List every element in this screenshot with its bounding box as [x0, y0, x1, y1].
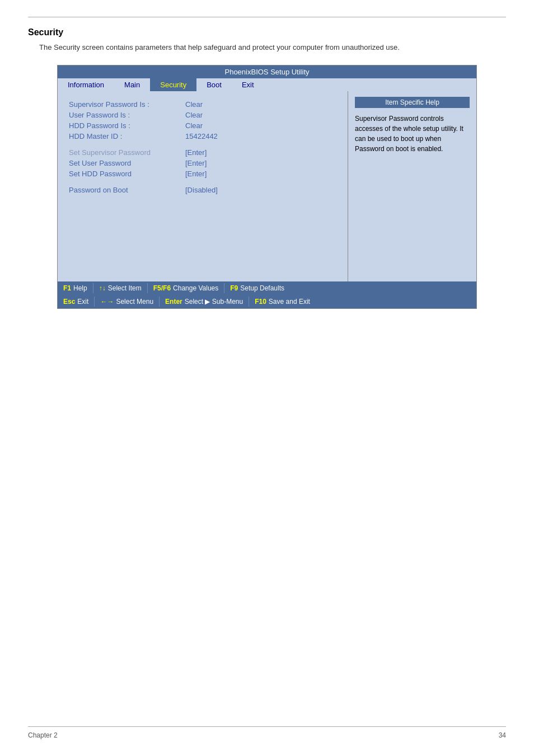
bios-menu-bar: Information Main Security Boot Exit — [58, 78, 476, 91]
menu-item-security[interactable]: Security — [150, 78, 196, 91]
label-exit: Exit — [77, 298, 88, 306]
set-hdd-value: [Enter] — [185, 170, 207, 178]
label-change-values: Change Values — [173, 284, 218, 292]
label-select-submenu: Select ▶ Sub-Menu — [185, 298, 243, 306]
bios-fields-panel: Supervisor Password Is : Clear User Pass… — [58, 91, 348, 281]
label-select-menu: Select Menu — [116, 298, 153, 306]
bios-status-bar-row2: Esc Exit ←→ Select Menu Enter Select ▶ S… — [58, 295, 476, 308]
top-divider — [28, 17, 506, 17]
supervisor-password-label: Supervisor Password Is : — [69, 100, 181, 109]
key-f1: F1 — [63, 284, 71, 292]
set-supervisor-label: Set Supervisor Password — [69, 148, 181, 157]
status-f10: F10 Save and Exit — [249, 297, 316, 307]
status-f5f6: F5/F6 Change Values — [148, 283, 225, 293]
action-row-set-hdd[interactable]: Set HDD Password [Enter] — [69, 170, 339, 178]
key-f9: F9 — [230, 284, 238, 292]
supervisor-password-value: Clear — [185, 100, 203, 109]
page-container: Security The Security screen contains pa… — [0, 0, 534, 326]
user-password-label: User Password Is : — [69, 111, 181, 119]
bios-status-bar-row1: F1 Help ↑↓ Select Item F5/F6 Change Valu… — [58, 281, 476, 295]
field-row-hdd-password: HDD Password Is : Clear — [69, 121, 339, 130]
label-help: Help — [73, 284, 87, 292]
key-f5f6: F5/F6 — [153, 284, 171, 292]
key-esc: Esc — [63, 298, 75, 306]
field-gap-2 — [69, 180, 339, 186]
menu-item-exit[interactable]: Exit — [232, 78, 264, 91]
label-save-exit: Save and Exit — [269, 298, 310, 306]
page-footer: Chapter 2 34 — [28, 726, 506, 739]
footer-chapter: Chapter 2 — [28, 731, 58, 739]
bios-body: Supervisor Password Is : Clear User Pass… — [58, 91, 476, 281]
bios-help-panel: Item Specific Help Supervisor Password c… — [348, 91, 476, 281]
password-on-boot-label: Password on Boot — [69, 186, 181, 194]
status-arrows: ↑↓ Select Item — [93, 283, 148, 293]
key-arrows: ↑↓ — [99, 284, 106, 292]
action-row-set-user[interactable]: Set User Password [Enter] — [69, 159, 339, 167]
label-setup-defaults: Setup Defaults — [240, 284, 284, 292]
status-lr-arrows: ←→ Select Menu — [95, 297, 160, 307]
key-enter: Enter — [165, 298, 182, 306]
help-text: Supervisor Password controls accesses of… — [355, 114, 470, 154]
set-supervisor-value: [Enter] — [185, 148, 207, 157]
status-f1: F1 Help — [58, 283, 93, 293]
status-esc: Esc Exit — [58, 297, 95, 307]
key-lr-arrows: ←→ — [100, 298, 114, 306]
menu-item-information[interactable]: Information — [58, 78, 114, 91]
field-row-password-on-boot[interactable]: Password on Boot [Disabled] — [69, 186, 339, 194]
hdd-master-id-value: 15422442 — [185, 132, 218, 140]
bios-panel: PhoenixBIOS Setup Utility Information Ma… — [57, 65, 477, 309]
field-row-user-password: User Password Is : Clear — [69, 111, 339, 119]
field-row-hdd-master-id: HDD Master ID : 15422442 — [69, 132, 339, 140]
help-header: Item Specific Help — [355, 97, 470, 108]
key-f10: F10 — [255, 298, 266, 306]
hdd-password-value: Clear — [185, 121, 203, 130]
set-user-label: Set User Password — [69, 159, 181, 167]
label-select-item: Select Item — [108, 284, 142, 292]
status-enter: Enter Select ▶ Sub-Menu — [160, 297, 249, 307]
bios-title-bar: PhoenixBIOS Setup Utility — [58, 65, 476, 78]
menu-item-main[interactable]: Main — [114, 78, 150, 91]
footer-page: 34 — [499, 731, 506, 739]
user-password-value: Clear — [185, 111, 203, 119]
set-user-value: [Enter] — [185, 159, 207, 167]
field-gap — [69, 143, 339, 148]
field-row-supervisor-password: Supervisor Password Is : Clear — [69, 100, 339, 109]
page-description: The Security screen contains parameters … — [28, 43, 506, 51]
hdd-master-id-label: HDD Master ID : — [69, 132, 181, 140]
page-title: Security — [28, 27, 506, 37]
hdd-password-label: HDD Password Is : — [69, 121, 181, 130]
password-on-boot-value: [Disabled] — [185, 186, 218, 194]
status-f9: F9 Setup Defaults — [224, 283, 290, 293]
menu-item-boot[interactable]: Boot — [196, 78, 232, 91]
set-hdd-label: Set HDD Password — [69, 170, 181, 178]
action-row-set-supervisor[interactable]: Set Supervisor Password [Enter] — [69, 148, 339, 157]
